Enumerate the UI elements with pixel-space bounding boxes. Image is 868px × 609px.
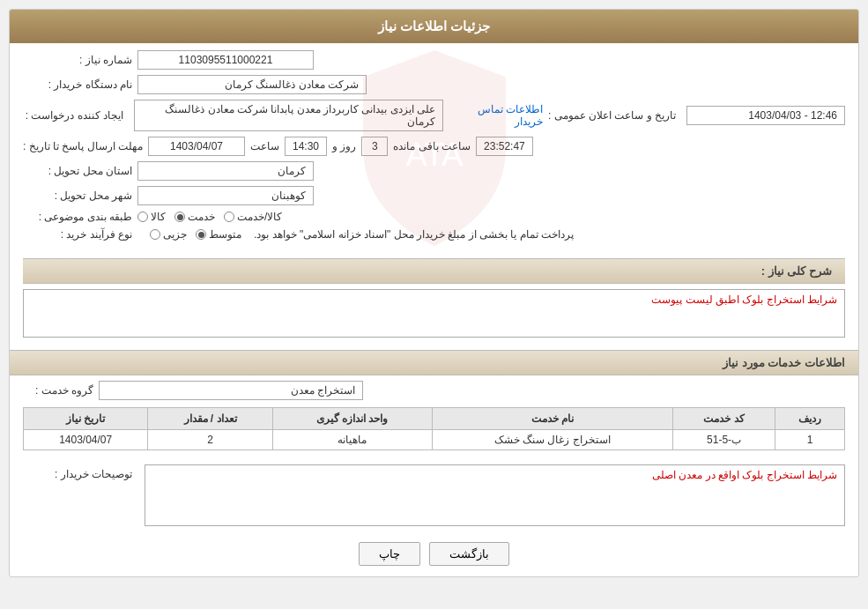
category-radio-group: کالا/خدمت خدمت کالا xyxy=(137,211,282,223)
category-radio-2[interactable] xyxy=(174,212,185,222)
category-option-3[interactable]: کالا/خدمت xyxy=(224,211,282,223)
requester-value: شرکت معادن ذغالسنگ کرمان xyxy=(137,75,367,94)
requester-row: شرکت معادن ذغالسنگ کرمان نام دستگاه خرید… xyxy=(23,75,845,94)
province-row: کرمان استان محل تحویل : xyxy=(23,161,845,181)
category-label-1: کالا xyxy=(151,211,166,223)
deadline-label: مهلت ارسال پاسخ تا تاریخ : xyxy=(23,140,143,152)
category-option-1[interactable]: کالا xyxy=(137,211,166,223)
service-group-value: استخراج معدن xyxy=(99,381,363,400)
buyer-desc-label: توصیحات خریدار : xyxy=(23,464,137,480)
category-label-3: کالا/خدمت xyxy=(237,211,282,223)
province-label: استان محل تحویل : xyxy=(23,165,137,177)
requester-label: نام دستگاه خریدار : xyxy=(23,78,137,91)
creator-value: علی ایزدی بیدانی کاربرداز معدن پابدانا ش… xyxy=(134,100,443,131)
purchase-type-radio-group: متوسط جزیی xyxy=(150,228,241,241)
announce-date-label: تاریخ و ساعت اعلان عمومی : xyxy=(548,109,681,122)
purchase-type-radio-2[interactable] xyxy=(196,229,206,240)
bottom-buttons: بازگشت چاپ xyxy=(10,531,858,576)
buyer-desc-row: شرایط استخراج بلوک اواقع در معدن اصلی تو… xyxy=(23,464,845,526)
purchase-type-label-1: جزیی xyxy=(163,228,187,241)
need-desc-box: شرایط استخراج بلوک اطبق لیست پیوست xyxy=(23,289,845,338)
cell-qty: 2 xyxy=(148,430,272,450)
purchase-type-option-1[interactable]: جزیی xyxy=(150,228,187,241)
col-header-unit: واحد اندازه گیری xyxy=(272,408,432,430)
col-header-qty: تعداد / مقدار xyxy=(148,408,272,430)
cell-unit: ماهیانه xyxy=(272,430,432,450)
buyer-desc-text: شرایط استخراج بلوک اواقع در معدن اصلی xyxy=(652,469,837,481)
city-value: کوهبنان xyxy=(137,186,314,205)
deadline-day-value: 3 xyxy=(361,137,388,156)
city-row: کوهبنان شهر محل تحویل : xyxy=(23,186,845,205)
creator-row: 1403/04/03 - 12:46 تاریخ و ساعت اعلان عم… xyxy=(23,100,845,131)
deadline-remaining-value: 23:52:47 xyxy=(476,137,533,156)
back-button[interactable]: بازگشت xyxy=(429,542,509,566)
general-info-section: ATA 1103095511000221 شماره نیاز : شرکت م… xyxy=(10,43,858,253)
print-button[interactable]: چاپ xyxy=(359,542,420,566)
purchase-type-label: نوع فرآیند خرید : xyxy=(23,228,137,241)
category-row: کالا/خدمت خدمت کالا طبقه بندی موضوعی : xyxy=(23,211,845,223)
need-number-row: 1103095511000221 شماره نیاز : xyxy=(23,50,845,70)
cell-date: 1403/04/07 xyxy=(24,430,148,450)
page-header: جزئیات اطلاعات نیاز xyxy=(10,10,858,43)
need-desc-text: شرایط استخراج بلوک اطبق لیست پیوست xyxy=(651,293,837,306)
category-option-2[interactable]: خدمت xyxy=(174,211,215,223)
table-row: 1 ب-5-51 استخراج زغال سنگ خشک ماهیانه 2 … xyxy=(24,430,845,450)
need-number-label: شماره نیاز : xyxy=(23,54,137,66)
deadline-row: 23:52:47 ساعت باقی مانده 3 روز و 14:30 س… xyxy=(23,137,845,156)
province-value: کرمان xyxy=(137,161,314,181)
need-desc-container: شرایط استخراج بلوک اطبق لیست پیوست xyxy=(23,289,845,338)
buyer-desc-section: شرایط استخراج بلوک اواقع در معدن اصلی تو… xyxy=(10,456,858,531)
creator-label: ایجاد کننده درخواست : xyxy=(23,109,129,122)
purchase-type-note: پرداخت تمام یا بخشی از مبلغ خریدار محل "… xyxy=(254,228,574,241)
category-radio-3[interactable] xyxy=(224,212,234,222)
col-header-name: نام خدمت xyxy=(432,408,672,430)
deadline-time-value: 14:30 xyxy=(285,137,327,156)
deadline-remaining-label: ساعت باقی مانده xyxy=(393,140,471,152)
table-header-row: ردیف کد خدمت نام خدمت واحد اندازه گیری ت… xyxy=(24,408,845,430)
cell-code: ب-5-51 xyxy=(672,430,775,450)
page-title: جزئیات اطلاعات نیاز xyxy=(378,19,490,33)
buyer-desc-box: شرایط استخراج بلوک اواقع در معدن اصلی xyxy=(145,464,845,526)
city-label: شهر محل تحویل : xyxy=(23,189,137,202)
cell-row: 1 xyxy=(775,430,845,450)
service-group-label: گروه خدمت : xyxy=(23,384,93,397)
deadline-day-label: روز و xyxy=(332,140,356,152)
deadline-date-value: 1403/04/07 xyxy=(148,137,245,156)
category-radio-1[interactable] xyxy=(137,212,148,222)
services-section: استخراج معدن گروه خدمت : ردیف کد خدمت نا… xyxy=(10,375,858,456)
need-number-value: 1103095511000221 xyxy=(137,50,314,70)
contact-link[interactable]: اطلاعات تماس خریدار xyxy=(449,103,543,128)
purchase-type-label-2: متوسط xyxy=(209,228,241,241)
service-group-row: استخراج معدن گروه خدمت : xyxy=(23,381,845,400)
col-header-row: ردیف xyxy=(775,408,845,430)
deadline-time-label: ساعت xyxy=(250,140,279,152)
purchase-type-option-2[interactable]: متوسط xyxy=(196,228,241,241)
need-desc-title: شرح کلی نیاز : xyxy=(23,258,845,284)
col-header-code: کد خدمت xyxy=(672,408,775,430)
services-table: ردیف کد خدمت نام خدمت واحد اندازه گیری ت… xyxy=(23,407,845,450)
col-header-date: تاریخ نیاز xyxy=(24,408,148,430)
category-label: طبقه بندی موضوعی : xyxy=(23,211,137,223)
category-label-2: خدمت xyxy=(188,211,215,223)
need-desc-section: شرح کلی نیاز : شرایط استخراج بلوک اطبق ل… xyxy=(10,253,858,343)
announce-date-value: 1403/04/03 - 12:46 xyxy=(686,106,845,125)
cell-name: استخراج زغال سنگ خشک xyxy=(432,430,672,450)
purchase-type-radio-1[interactable] xyxy=(150,229,160,240)
services-section-title: اطلاعات خدمات مورد نیاز xyxy=(10,350,858,375)
purchase-type-row: پرداخت تمام یا بخشی از مبلغ خریدار محل "… xyxy=(23,228,845,241)
